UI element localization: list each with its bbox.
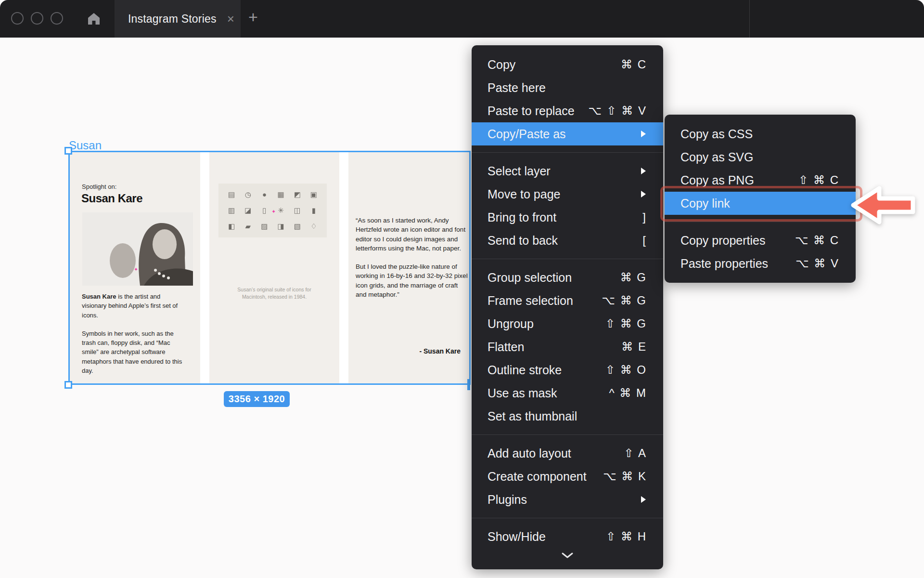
shortcut: ⌥ ⌘ K <box>603 470 647 483</box>
menu-item-ungroup[interactable]: Ungroup ⇧ ⌘ G <box>472 312 663 335</box>
menu-item-copy-paste-as[interactable]: Copy/Paste as <box>472 122 663 145</box>
shortcut: ⌥ ⌘ G <box>602 294 647 307</box>
menu-item-add-auto-layout[interactable]: Add auto layout ⇧ A <box>472 442 663 465</box>
menu-item-plugins[interactable]: Plugins <box>472 488 663 511</box>
story-card-quote: “As soon as I started work, Andy Hertzfe… <box>348 152 469 383</box>
pixel-icon: ▣ <box>310 190 317 199</box>
shortcut: [ <box>642 234 647 247</box>
submenu-arrow-icon <box>640 130 647 138</box>
shortcut: ⇧ ⌘ H <box>606 530 647 543</box>
menu-scroll-more[interactable] <box>472 548 663 563</box>
susan-kare-photo: ✦ <box>82 212 193 286</box>
card-title: Susan Kare <box>81 192 142 205</box>
pixel-icon: ▤ <box>228 190 235 199</box>
shortcut: ⌥ ⌘ C <box>795 234 839 247</box>
para2: Symbols in her work, such as the trash c… <box>82 329 187 375</box>
shortcut: ⌘ E <box>621 340 647 354</box>
menu-item-select-layer[interactable]: Select layer <box>472 159 663 183</box>
menu-item-bring-to-front[interactable]: Bring to front ] <box>472 206 663 229</box>
pixel-icon: ◨ <box>277 222 284 231</box>
pixel-icon: ◪ <box>244 206 251 215</box>
pixel-icon: ◧ <box>228 222 235 231</box>
submenu-arrow-icon <box>640 167 647 175</box>
toolbar: Instagram Stories × + <box>0 0 924 38</box>
menu-item-group-selection[interactable]: Group selection ⌘ G <box>472 266 663 289</box>
collaborator-cursor-icon: ✦ <box>134 266 138 273</box>
toolbar-divider <box>749 0 750 38</box>
pixel-icon: ♢ <box>310 222 317 231</box>
menu-item-show-hide[interactable]: Show/Hide ⇧ ⌘ H <box>472 525 663 548</box>
menu-item-paste-to-replace[interactable]: Paste to replace ⌥ ⇧ ⌘ V <box>472 99 663 122</box>
figma-app-window: Instagram Stories × + Susan Spotlight on… <box>0 0 924 578</box>
shortcut: ⇧ ⌘ G <box>605 317 647 330</box>
annotation-arrow-icon <box>849 184 917 229</box>
annotation-highlight-box <box>660 186 862 222</box>
menu-item-copy-properties[interactable]: Copy properties ⌥ ⌘ C <box>665 229 856 252</box>
bold-lead: Susan Kare <box>82 293 116 300</box>
menu-separator <box>472 152 663 153</box>
menu-item-paste-properties[interactable]: Paste properties ⌥ ⌘ V <box>665 252 856 275</box>
menu-item-move-to-page[interactable]: Move to page <box>472 183 663 206</box>
shortcut: ⌥ ⌘ V <box>796 257 839 270</box>
selection-handle-top-left[interactable] <box>64 147 72 155</box>
pixel-icon: ◷ <box>245 190 251 199</box>
window-control-close-icon[interactable] <box>11 12 24 25</box>
menu-item-send-to-back[interactable]: Send to back [ <box>472 229 663 252</box>
pixel-icon: ▮ <box>312 206 316 215</box>
menu-separator <box>472 434 663 435</box>
shortcut: ⌘ C <box>621 58 647 71</box>
home-button[interactable] <box>86 11 102 27</box>
pixel-icon: ● <box>262 190 267 198</box>
shortcut: ⌥ ⇧ ⌘ V <box>588 104 647 118</box>
story-card-icons: ▤ ◷ ● ▦ ◩ ▣ ▥ ◪ ▯ ✳ ◫ ▮ ◧ ▰ ▨ ◨ ▧ <box>209 152 339 383</box>
menu-item-paste-here[interactable]: Paste here <box>472 76 663 99</box>
pixel-icon: ✳ <box>278 206 284 215</box>
selected-frame[interactable]: Spotlight on: Susan Kare ✦ Susan <box>68 151 471 385</box>
shortcut: ] <box>642 210 647 224</box>
menu-separator <box>472 518 663 518</box>
menu-item-frame-selection[interactable]: Frame selection ⌥ ⌘ G <box>472 289 663 312</box>
pixel-icon: ▦ <box>277 190 284 199</box>
menu-separator <box>472 259 663 259</box>
shortcut: ⇧ ⌘ C <box>798 173 839 187</box>
shortcut: ^ ⌘ M <box>609 386 647 400</box>
shortcut: ⌘ G <box>620 271 647 284</box>
selection-handle-bottom-right[interactable] <box>467 379 470 390</box>
story-card-spotlight: Spotlight on: Susan Kare ✦ Susan <box>70 152 200 383</box>
icon-suite-caption: Susan’s original suite of icons for Maci… <box>209 286 339 301</box>
window-control-minimize-icon[interactable] <box>31 12 43 25</box>
pixel-icon: ▯ <box>262 206 266 215</box>
home-icon <box>87 12 101 26</box>
menu-item-outline-stroke[interactable]: Outline stroke ⇧ ⌘ O <box>472 358 663 381</box>
frame-name-label[interactable]: Susan <box>69 139 102 152</box>
menu-item-create-component[interactable]: Create component ⌥ ⌘ K <box>472 465 663 488</box>
quote-text: “As soon as I started work, Andy Hertzfe… <box>356 216 468 308</box>
pixel-icon: ◩ <box>294 190 301 199</box>
menu-item-copy[interactable]: Copy ⌘ C <box>472 53 663 76</box>
new-tab-button[interactable]: + <box>248 8 258 26</box>
selection-handle-bottom-left[interactable] <box>64 381 72 389</box>
submenu-arrow-icon <box>640 495 647 504</box>
shortcut: ⇧ A <box>624 447 647 460</box>
menu-item-flatten[interactable]: Flatten ⌘ E <box>472 335 663 358</box>
pixel-icon: ▰ <box>245 222 251 231</box>
pixel-icon: ▥ <box>228 206 235 215</box>
menu-item-set-as-thumbnail[interactable]: Set as thumbnail <box>472 405 663 428</box>
card-body-text: Susan Kare is the artist and visionary b… <box>82 292 187 384</box>
shortcut: ⇧ ⌘ O <box>605 363 647 377</box>
tab-close-icon[interactable]: × <box>227 13 234 25</box>
menu-item-copy-as-css[interactable]: Copy as CSS <box>665 122 856 145</box>
card-eyebrow: Spotlight on: <box>82 183 116 190</box>
pixel-icon: ▧ <box>294 222 301 231</box>
tab-title: Instagram Stories <box>128 13 217 26</box>
tab-instagram-stories[interactable]: Instagram Stories × <box>115 0 241 38</box>
context-menu: Copy ⌘ C Paste here Paste to replace ⌥ ⇧… <box>472 45 663 569</box>
pixel-icon: ◫ <box>294 206 301 215</box>
dimensions-badge: 3356 × 1920 <box>224 391 290 407</box>
menu-item-copy-as-svg[interactable]: Copy as SVG <box>665 145 856 169</box>
menu-item-use-as-mask[interactable]: Use as mask ^ ⌘ M <box>472 381 663 405</box>
window-control-zoom-icon[interactable] <box>51 12 63 25</box>
submenu-arrow-icon <box>640 190 647 198</box>
quote-attribution: - Susan Kare <box>419 347 461 355</box>
chevron-down-icon <box>561 552 574 559</box>
